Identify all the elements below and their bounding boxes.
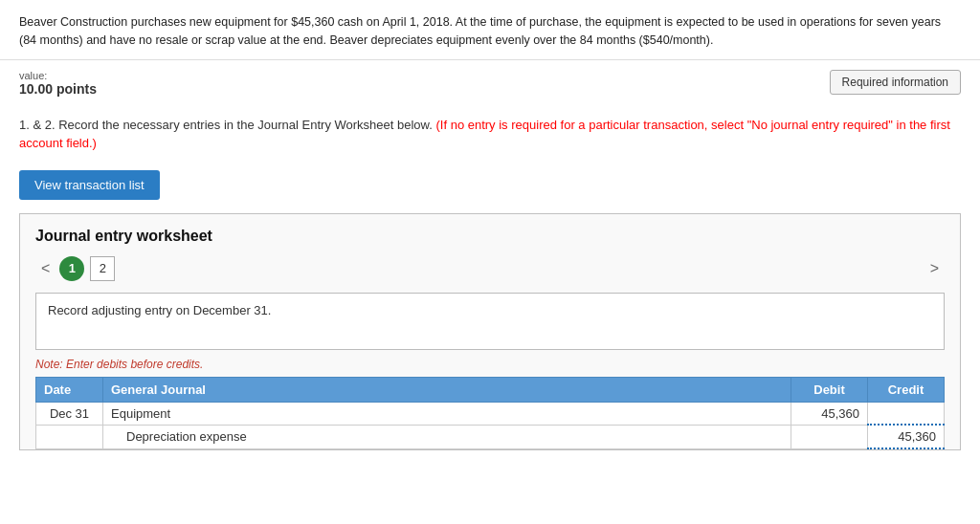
table-row: Depreciation expense45,360 (36, 425, 945, 448)
cell-account[interactable]: Depreciation expense (103, 425, 791, 448)
nav-right-arrow[interactable]: > (924, 258, 945, 279)
meta-row: value: 10.00 points Required information (0, 60, 980, 106)
worksheet-title: Journal entry worksheet (35, 228, 945, 245)
col-header-general-journal: General Journal (103, 377, 791, 402)
table-row: Dec 31Equipment45,360 (36, 402, 945, 425)
cell-credit[interactable] (868, 402, 945, 425)
value-label: value: (19, 70, 97, 81)
points-value: 10.00 points (19, 81, 97, 97)
cell-date: Dec 31 (36, 402, 103, 425)
problem-text: Beaver Construction purchases new equipm… (19, 15, 941, 47)
cell-credit[interactable]: 45,360 (868, 425, 945, 448)
required-info-button[interactable]: Required information (830, 70, 961, 95)
col-header-credit: Credit (868, 377, 945, 402)
note-text: Note: Enter debits before credits. (35, 358, 945, 371)
tab-1[interactable]: 1 (59, 256, 84, 281)
col-header-date: Date (36, 377, 103, 402)
instructions-part1: 1. & 2. Record the necessary entries in … (19, 118, 435, 132)
worksheet-container: Journal entry worksheet < 1 2 > Record a… (19, 213, 961, 451)
instructions: 1. & 2. Record the necessary entries in … (0, 106, 980, 161)
col-header-debit: Debit (791, 377, 868, 402)
tab-2[interactable]: 2 (90, 256, 115, 281)
cell-debit[interactable]: 45,360 (791, 402, 868, 425)
cell-date (36, 425, 103, 448)
nav-row: < 1 2 > (35, 256, 945, 281)
problem-description: Beaver Construction purchases new equipm… (0, 0, 980, 60)
nav-left-arrow[interactable]: < (35, 258, 56, 279)
cell-account[interactable]: Equipment (103, 402, 791, 425)
cell-debit[interactable] (791, 425, 868, 448)
entry-description: Record adjusting entry on December 31. (35, 293, 945, 350)
value-points: value: 10.00 points (19, 70, 97, 97)
journal-table: Date General Journal Debit Credit Dec 31… (35, 377, 945, 450)
view-transaction-button[interactable]: View transaction list (19, 170, 160, 200)
